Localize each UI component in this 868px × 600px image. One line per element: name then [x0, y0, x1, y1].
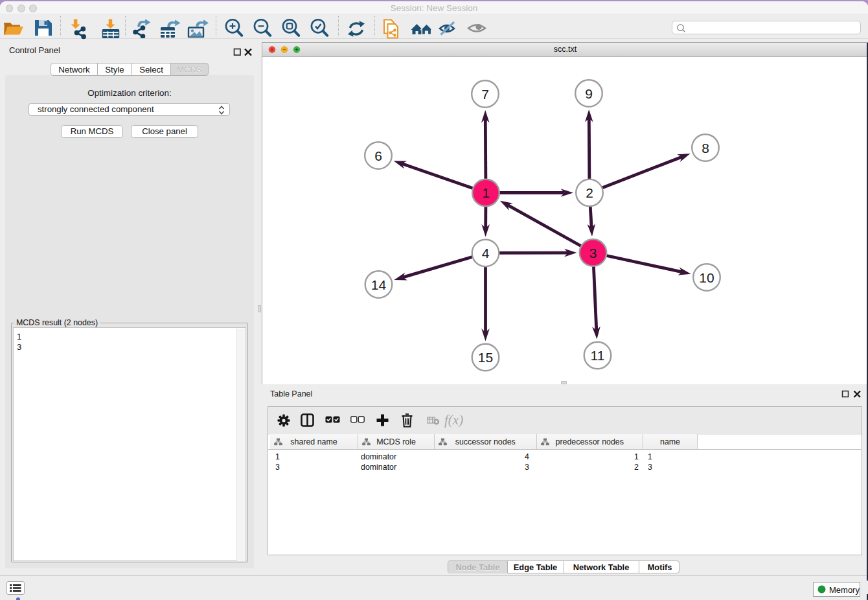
- svg-text:4: 4: [482, 246, 490, 260]
- svg-text:9: 9: [585, 86, 593, 101]
- svg-text:3: 3: [589, 246, 597, 260]
- svg-text:11: 11: [591, 348, 605, 363]
- svg-text:2: 2: [586, 185, 593, 200]
- svg-text:8: 8: [702, 141, 709, 156]
- svg-text:14: 14: [371, 277, 387, 292]
- svg-text:6: 6: [374, 148, 382, 163]
- svg-text:10: 10: [699, 270, 714, 285]
- svg-text:7: 7: [481, 87, 489, 102]
- svg-text:1: 1: [482, 185, 490, 200]
- svg-text:15: 15: [478, 350, 493, 365]
